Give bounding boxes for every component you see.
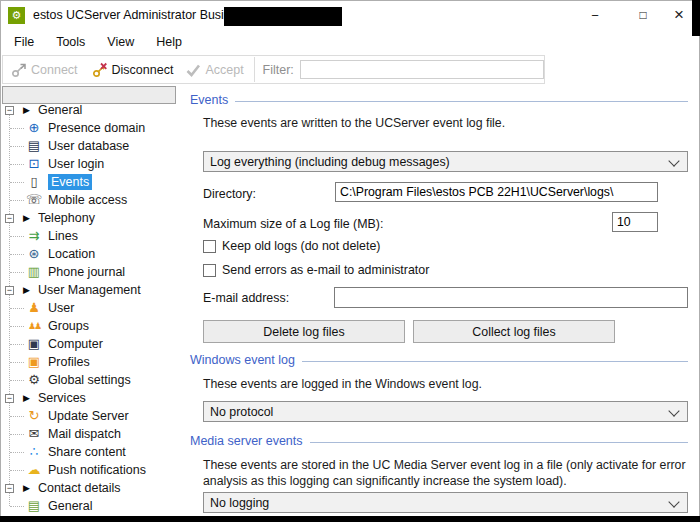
- sidebar-item-update-server[interactable]: ↻Update Server: [0, 407, 183, 425]
- tree-expander-icon[interactable]: −: [5, 214, 14, 223]
- profiles-icon: ▣: [26, 354, 42, 370]
- app-window: ⚙ estos UCServer Administrator Business …: [0, 0, 700, 522]
- tree-expander-icon[interactable]: −: [5, 286, 14, 295]
- tree-item-label: User login: [48, 157, 104, 171]
- tree-expander-icon[interactable]: −: [5, 484, 14, 493]
- sidebar-item-profiles[interactable]: ▣Profiles: [0, 353, 183, 371]
- tree-item-label: Global settings: [48, 373, 131, 387]
- filter-label: Filter:: [263, 63, 294, 77]
- presence-domain-icon: ⊕: [26, 120, 42, 136]
- sidebar-item-lines[interactable]: ⇉Lines: [0, 227, 183, 245]
- lines-icon: ⇉: [26, 228, 42, 244]
- maximize-icon: □: [639, 8, 646, 22]
- accept-button[interactable]: Accept: [185, 62, 243, 78]
- sidebar-item-share-content[interactable]: ∴Share content: [0, 443, 183, 461]
- close-button[interactable]: ×: [662, 1, 696, 29]
- email-label: E-mail address:: [203, 291, 289, 305]
- sidebar-item-user-database[interactable]: ▤User database: [0, 137, 183, 155]
- windows-log-dropdown[interactable]: No protocol: [203, 401, 688, 422]
- sidebar-item-push-notifications[interactable]: ☁Push notifications: [0, 461, 183, 479]
- tree-item-label: User database: [48, 139, 129, 153]
- section-divider: [235, 101, 688, 102]
- bottom-edge: [0, 516, 700, 522]
- keep-old-logs-label: Keep old logs (do not delete): [222, 239, 380, 253]
- collect-log-files-button[interactable]: Collect log files: [413, 320, 615, 343]
- send-errors-checkbox[interactable]: [203, 264, 216, 277]
- tree-item-label: Lines: [48, 229, 78, 243]
- chevron-down-icon: [668, 496, 679, 507]
- media-section-header: Media server events: [190, 434, 688, 448]
- sidebar-item-services-category[interactable]: −▶Services: [0, 389, 183, 407]
- share-content-icon: ∴: [26, 444, 42, 460]
- delete-log-files-button[interactable]: Delete log files: [203, 320, 405, 343]
- disconnect-label: Disconnect: [112, 63, 174, 77]
- toolbar: Connect Disconnect Accept Filter:: [2, 55, 545, 84]
- send-errors-label: Send errors as e-mail to administrator: [222, 263, 429, 277]
- menu-item-help[interactable]: Help: [145, 33, 193, 51]
- connect-label: Connect: [31, 63, 78, 77]
- contact-general-icon: ▤: [26, 498, 42, 514]
- sidebar-item-presence-domain[interactable]: ⊕Presence domain: [0, 119, 183, 137]
- tree-item-label: Services: [38, 391, 86, 405]
- chevron-down-icon: [668, 155, 679, 166]
- tree-item-label: User Management: [38, 283, 141, 297]
- directory-input[interactable]: [335, 182, 658, 202]
- sidebar-item-location[interactable]: ⊛Location: [0, 245, 183, 263]
- accept-check-icon: [185, 62, 201, 78]
- sidebar-item-contact-general[interactable]: ▤General: [0, 497, 183, 515]
- connect-button[interactable]: Connect: [11, 62, 78, 78]
- category-arrow-icon: ▶: [23, 483, 30, 493]
- tree-item-label: Push notifications: [48, 463, 146, 477]
- email-input[interactable]: [334, 287, 688, 308]
- tree-item-label: Location: [48, 247, 95, 261]
- app-icon: ⚙: [8, 7, 25, 24]
- mobile-access-icon: ☏: [26, 192, 42, 208]
- groups-icon: ♟♟: [26, 318, 42, 334]
- push-notifications-icon: ☁: [26, 462, 42, 478]
- window-title: estos UCServer Administrator Business: [33, 8, 250, 22]
- connect-key-icon: [11, 62, 27, 78]
- sidebar-item-groups[interactable]: ♟♟Groups: [0, 317, 183, 335]
- collect-log-files-label: Collect log files: [472, 325, 555, 339]
- disconnect-button[interactable]: Disconnect: [92, 62, 174, 78]
- menu-item-tools[interactable]: Tools: [45, 33, 96, 51]
- computer-icon: ▣: [26, 336, 42, 352]
- max-log-size-input[interactable]: [612, 212, 658, 232]
- gear-icon: ⚙: [12, 9, 22, 22]
- tree-item-label: Phone journal: [48, 265, 125, 279]
- sidebar-item-general-category[interactable]: −▶General: [0, 101, 183, 119]
- sidebar-item-user-login[interactable]: ⊡User login: [0, 155, 183, 173]
- events-icon: ▯: [26, 174, 42, 190]
- tree-item-label: Update Server: [48, 409, 129, 423]
- sidebar-item-global-settings[interactable]: ⚙Global settings: [0, 371, 183, 389]
- phone-journal-icon: ▥: [26, 264, 42, 280]
- category-arrow-icon: ▶: [23, 285, 30, 295]
- log-level-dropdown[interactable]: Log everything (including debug messages…: [203, 151, 688, 172]
- update-server-icon: ↻: [26, 408, 42, 424]
- menu-item-view[interactable]: View: [96, 33, 145, 51]
- maximize-button[interactable]: □: [626, 1, 660, 29]
- delete-log-files-label: Delete log files: [263, 325, 344, 339]
- tree-item-label: Events: [48, 174, 92, 190]
- tree-expander-icon[interactable]: −: [5, 394, 14, 403]
- sidebar-item-mail-dispatch[interactable]: ✉Mail dispatch: [0, 425, 183, 443]
- toolbar-filter-input[interactable]: [300, 60, 544, 79]
- media-log-dropdown[interactable]: No logging: [203, 492, 688, 513]
- tree-item-label: Telephony: [38, 211, 95, 225]
- sidebar-item-contact-details-category[interactable]: −▶Contact details: [0, 479, 183, 497]
- sidebar-tree: −▶General⊕Presence domain▤User database⊡…: [0, 101, 183, 515]
- media-description: These events are stored in the UC Media …: [203, 457, 695, 489]
- tree-expander-icon[interactable]: −: [5, 106, 14, 115]
- user-database-icon: ▤: [26, 138, 42, 154]
- sidebar-item-mobile-access[interactable]: ☏Mobile access: [0, 191, 183, 209]
- sidebar-item-computer[interactable]: ▣Computer: [0, 335, 183, 353]
- sidebar-item-user-management-category[interactable]: −▶User Management: [0, 281, 183, 299]
- keep-old-logs-checkbox[interactable]: [203, 240, 216, 253]
- sidebar-item-telephony-category[interactable]: −▶Telephony: [0, 209, 183, 227]
- sidebar-item-phone-journal[interactable]: ▥Phone journal: [0, 263, 183, 281]
- sidebar-item-user[interactable]: ♟User: [0, 299, 183, 317]
- menu-item-file[interactable]: File: [3, 33, 45, 51]
- sidebar-item-events[interactable]: ▯Events: [0, 173, 183, 191]
- minimize-button[interactable]: −: [578, 1, 612, 29]
- directory-label: Directory:: [203, 187, 256, 201]
